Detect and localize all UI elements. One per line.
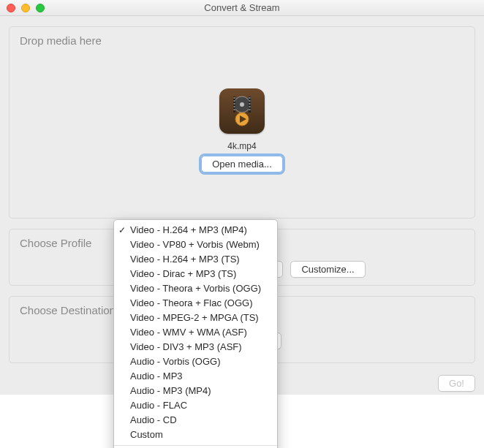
svg-rect-6	[234, 103, 235, 105]
profile-option[interactable]: Audio - FLAC	[114, 398, 277, 413]
profile-option[interactable]: Audio - CD	[114, 413, 277, 428]
profile-dropdown-menu: Video - H.264 + MP3 (MP4)Video - VP80 + …	[113, 219, 278, 448]
minimize-icon[interactable]	[21, 4, 30, 12]
profile-option[interactable]: Video - DIV3 + MP3 (ASF)	[114, 340, 277, 354]
media-file-icon[interactable]	[219, 88, 265, 134]
profile-option[interactable]: Video - H.264 + MP3 (MP4)	[114, 223, 277, 238]
profile-option[interactable]: Audio - Vorbis (OGG)	[114, 354, 277, 369]
profile-option[interactable]: Video - VP80 + Vorbis (Webm)	[114, 238, 277, 252]
svg-rect-7	[234, 106, 235, 107]
close-icon[interactable]	[7, 4, 15, 12]
profile-option[interactable]: Custom	[114, 428, 277, 442]
svg-point-1	[240, 102, 244, 107]
open-media-button[interactable]: Open media...	[201, 156, 283, 172]
svg-rect-4	[234, 97, 235, 99]
profile-option[interactable]: Video - WMV + WMA (ASF)	[114, 325, 277, 340]
zoom-icon[interactable]	[36, 4, 45, 12]
go-button[interactable]: Go!	[438, 375, 475, 392]
customize-button[interactable]: Customize...	[290, 261, 365, 278]
profile-option[interactable]: Video - Theora + Flac (OGG)	[114, 296, 277, 311]
drop-area[interactable]: 4k.mp4 Open media...	[20, 53, 464, 208]
profile-option[interactable]: Video - MPEG-2 + MPGA (TS)	[114, 311, 277, 325]
menu-separator	[114, 445, 277, 446]
profile-option[interactable]: Video - Dirac + MP3 (TS)	[114, 267, 277, 281]
svg-rect-11	[249, 103, 251, 105]
svg-rect-8	[234, 109, 235, 110]
svg-rect-12	[249, 106, 251, 107]
profile-option[interactable]: Video - H.264 + MP3 (TS)	[114, 252, 277, 267]
profile-option[interactable]: Audio - MP3 (MP4)	[114, 384, 277, 398]
svg-rect-13	[249, 109, 251, 110]
drop-media-panel: Drop media here 4k.mp4 Open media...	[9, 26, 475, 219]
window-title: Convert & Stream	[0, 2, 484, 13]
traffic-lights	[0, 4, 45, 12]
drop-media-title: Drop media here	[20, 34, 464, 47]
svg-rect-9	[249, 97, 251, 99]
media-filename: 4k.mp4	[227, 141, 256, 151]
profile-option[interactable]: Video - Theora + Vorbis (OGG)	[114, 281, 277, 296]
profile-option[interactable]: Audio - MP3	[114, 369, 277, 384]
svg-rect-10	[249, 100, 251, 102]
svg-rect-5	[234, 100, 235, 102]
titlebar: Convert & Stream	[0, 0, 484, 16]
